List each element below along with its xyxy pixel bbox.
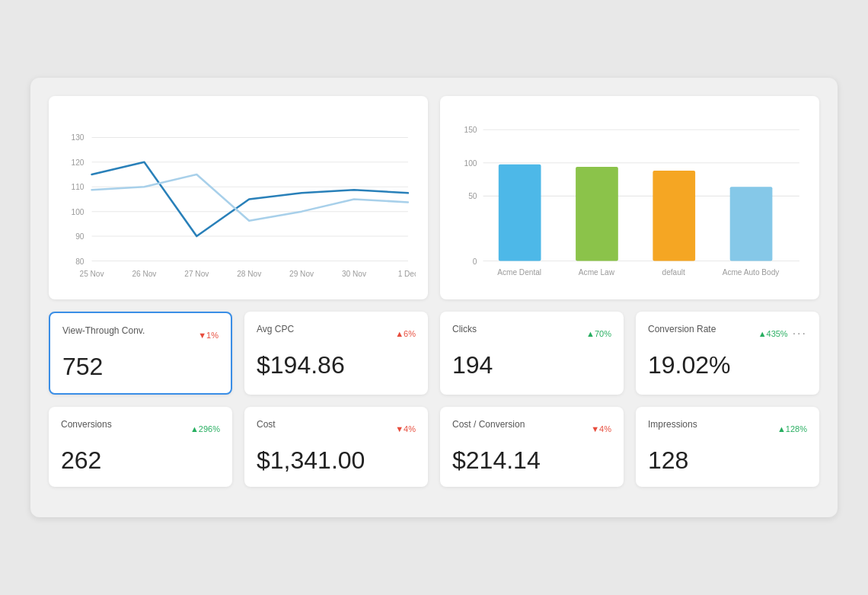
metric-header-3: Conversion Rate▲435%··· bbox=[648, 324, 807, 344]
bar-y-50: 50 bbox=[468, 192, 477, 200]
metric-label-2: Clicks bbox=[452, 324, 477, 334]
y-label-110: 110 bbox=[72, 183, 85, 191]
metric-header-2: Cost / Conversion▼4% bbox=[452, 419, 611, 439]
metric-card-2[interactable]: Clicks▲70%194 bbox=[440, 312, 624, 395]
metric-header-1: Avg CPC▲6% bbox=[257, 324, 416, 344]
line-chart-card: 130 120 110 100 90 80 25 Nov 26 Nov 27 N… bbox=[49, 96, 428, 299]
metric-right-3: ▲435%··· bbox=[758, 327, 807, 341]
metric-label-0: Conversions bbox=[61, 419, 112, 430]
metric-label-2: Cost / Conversion bbox=[452, 419, 525, 430]
metrics-bottom-row: Conversions▲296%262Cost▼4%$1,341.00Cost … bbox=[49, 407, 819, 487]
bar-y-0: 0 bbox=[473, 258, 477, 266]
y-label-120: 120 bbox=[72, 158, 85, 167]
x-label-1dec: 1 Dec bbox=[398, 270, 416, 278]
metric-right-1: ▼4% bbox=[395, 424, 416, 433]
metric-header-0: Conversions▲296% bbox=[61, 419, 220, 439]
metric-value-3: 19.02% bbox=[648, 351, 807, 379]
bar-acme-auto bbox=[730, 187, 773, 261]
bar-chart-card: 150 100 50 0 Acme Dental Acme Law defaul… bbox=[440, 96, 819, 299]
dashboard: 130 120 110 100 90 80 25 Nov 26 Nov 27 N… bbox=[30, 78, 838, 517]
x-label-30nov: 30 Nov bbox=[342, 270, 367, 278]
bar-label-acme-law: Acme Law bbox=[579, 268, 615, 277]
bar-y-100: 100 bbox=[464, 159, 477, 168]
metric-badge-1: ▲6% bbox=[395, 329, 416, 338]
metric-card-0[interactable]: View-Through Conv.▼1%752 bbox=[49, 312, 232, 395]
x-label-25nov: 25 Nov bbox=[80, 270, 105, 278]
metric-card-3[interactable]: Conversion Rate▲435%···19.02% bbox=[636, 312, 819, 395]
metric-value-2: 194 bbox=[452, 351, 611, 379]
metric-right-0: ▼1% bbox=[198, 331, 219, 340]
metric-right-2: ▼4% bbox=[591, 424, 611, 433]
metric-value-1: $1,341.00 bbox=[257, 446, 416, 475]
bar-acme-law bbox=[576, 167, 618, 261]
metric-value-3: 128 bbox=[648, 446, 807, 475]
line-chart-svg: 130 120 110 100 90 80 25 Nov 26 Nov 27 N… bbox=[61, 114, 416, 284]
y-label-130: 130 bbox=[72, 134, 85, 142]
metric-header-3: Impressions▲128% bbox=[648, 419, 807, 439]
metric-badge-2: ▼4% bbox=[591, 424, 611, 433]
x-label-27nov: 27 Nov bbox=[184, 270, 209, 278]
metric-header-2: Clicks▲70% bbox=[452, 324, 611, 344]
metric-card-2[interactable]: Cost / Conversion▼4%$214.14 bbox=[440, 407, 624, 487]
bar-label-default: default bbox=[662, 268, 686, 277]
metric-dots-3[interactable]: ··· bbox=[793, 327, 807, 341]
line-series-2 bbox=[92, 174, 408, 221]
metric-badge-1: ▼4% bbox=[395, 424, 416, 433]
metric-card-1[interactable]: Avg CPC▲6%$194.86 bbox=[244, 312, 428, 395]
metric-label-3: Conversion Rate bbox=[648, 324, 716, 334]
metric-value-1: $194.86 bbox=[257, 351, 416, 379]
x-label-28nov: 28 Nov bbox=[237, 270, 262, 278]
bar-chart-svg: 150 100 50 0 Acme Dental Acme Law defaul… bbox=[452, 114, 807, 284]
metric-badge-0: ▲296% bbox=[190, 424, 220, 433]
bar-default bbox=[653, 171, 695, 261]
metric-label-1: Cost bbox=[257, 419, 276, 430]
y-label-100: 100 bbox=[72, 208, 85, 216]
metric-right-2: ▲70% bbox=[586, 329, 611, 338]
metric-badge-2: ▲70% bbox=[586, 329, 611, 338]
charts-row: 130 120 110 100 90 80 25 Nov 26 Nov 27 N… bbox=[49, 96, 819, 299]
metric-right-0: ▲296% bbox=[190, 424, 220, 433]
metric-badge-3: ▲435% bbox=[758, 329, 788, 338]
metric-header-1: Cost▼4% bbox=[257, 419, 416, 439]
y-label-80: 80 bbox=[75, 258, 85, 266]
metric-label-3: Impressions bbox=[648, 419, 697, 430]
y-label-90: 90 bbox=[75, 232, 85, 241]
metric-badge-3: ▲128% bbox=[777, 424, 807, 433]
metric-label-0: View-Through Conv. bbox=[62, 325, 145, 336]
metric-label-1: Avg CPC bbox=[257, 324, 294, 334]
metric-right-1: ▲6% bbox=[395, 329, 416, 338]
metric-card-1[interactable]: Cost▼4%$1,341.00 bbox=[244, 407, 428, 487]
metric-card-0[interactable]: Conversions▲296%262 bbox=[49, 407, 232, 487]
metrics-top-row: View-Through Conv.▼1%752Avg CPC▲6%$194.8… bbox=[49, 312, 819, 395]
metric-header-0: View-Through Conv.▼1% bbox=[62, 325, 219, 345]
metric-value-2: $214.14 bbox=[452, 446, 611, 475]
x-label-26nov: 26 Nov bbox=[132, 270, 157, 278]
metric-card-3[interactable]: Impressions▲128%128 bbox=[636, 407, 819, 487]
bar-label-acme-auto: Acme Auto Body bbox=[723, 268, 780, 277]
metric-value-0: 262 bbox=[61, 446, 220, 475]
bar-acme-dental bbox=[499, 165, 541, 261]
bar-y-150: 150 bbox=[464, 126, 477, 134]
bar-label-acme-dental: Acme Dental bbox=[497, 268, 541, 277]
x-label-29nov: 29 Nov bbox=[289, 270, 314, 278]
metric-badge-0: ▼1% bbox=[198, 331, 219, 340]
metric-right-3: ▲128% bbox=[777, 424, 807, 433]
metric-value-0: 752 bbox=[62, 353, 219, 381]
